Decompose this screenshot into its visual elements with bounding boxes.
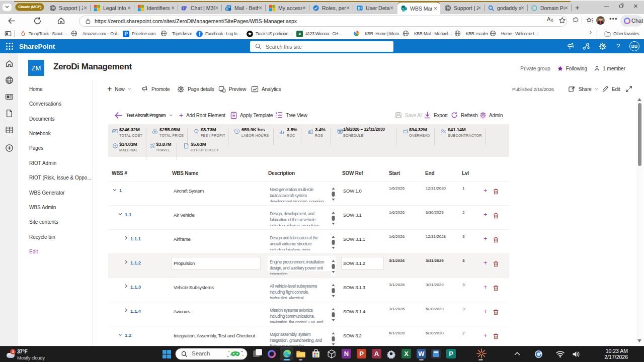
svg-text:s: s (402, 7, 404, 10)
svg-text:T: T (183, 6, 185, 10)
